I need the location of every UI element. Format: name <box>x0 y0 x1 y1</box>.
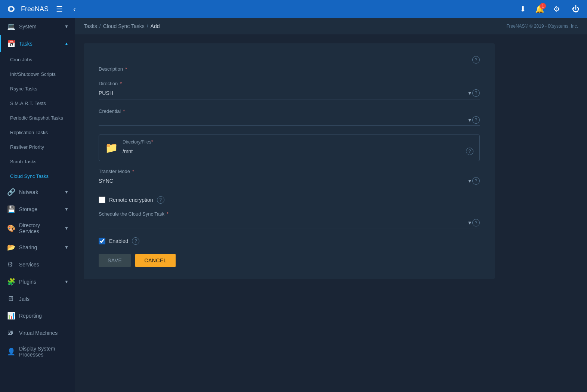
dir-box-inner: Directory/Files* ? <box>123 139 473 156</box>
sidebar-label-scrub: Scrub Tasks <box>10 159 37 164</box>
sidebar-item-system[interactable]: 💻 System ▼ <box>0 18 75 35</box>
sidebar-label-plugins: Plugins <box>19 279 36 285</box>
plugins-icon: 🧩 <box>7 278 15 286</box>
dir-files-label: Directory/Files* <box>123 139 473 145</box>
main-layout: 💻 System ▼ 📅 Tasks ▲ Cron Jobs Init/Shut… <box>0 18 587 392</box>
sidebar-item-virtual-machines[interactable]: 🖳 Virtual Machines <box>0 324 75 341</box>
description-input[interactable] <box>99 55 469 64</box>
power-icon[interactable]: ⏻ <box>569 3 583 15</box>
enabled-label: Enabled <box>109 238 128 244</box>
sidebar-label-sharing: Sharing <box>19 244 37 250</box>
schedule-help-icon[interactable]: ? <box>472 219 480 226</box>
sidebar-label-reporting: Reporting <box>19 313 42 319</box>
remote-encryption-row: Remote encryption ? <box>99 196 480 204</box>
plugins-arrow: ▼ <box>64 279 69 284</box>
remote-encryption-help-icon[interactable]: ? <box>157 196 164 204</box>
sidebar-item-scrub[interactable]: Scrub Tasks <box>0 154 75 169</box>
logo-text: FreeNAS <box>21 5 49 13</box>
sidebar-item-storage[interactable]: 💾 Storage ▼ <box>0 201 75 218</box>
description-field: ? Description* <box>99 55 480 72</box>
sidebar-item-jails[interactable]: 🖥 Jails <box>0 290 75 307</box>
enabled-row: Enabled ? <box>99 237 480 245</box>
direction-dropdown[interactable]: PUSH ▼ ? <box>99 89 480 99</box>
sharing-arrow: ▼ <box>64 245 69 250</box>
schedule-field: Schedule the Cloud Sync Task* ▼ ? <box>99 211 480 228</box>
credential-field: Credential* ▼ ? <box>99 108 480 126</box>
schedule-value <box>99 221 467 224</box>
system-icon: 💻 <box>7 22 15 31</box>
sidebar-item-periodic-snapshot[interactable]: Periodic Snapshot Tasks <box>0 111 75 125</box>
cancel-button[interactable]: CANCEL <box>135 254 176 267</box>
display-system-icon: 👤 <box>7 348 15 356</box>
settings-icon[interactable]: ⚙ <box>550 3 563 15</box>
network-arrow: ▼ <box>64 189 69 195</box>
dir-files-input[interactable] <box>123 147 463 156</box>
sidebar-item-sharing[interactable]: 📂 Sharing ▼ <box>0 239 75 256</box>
topbar-left: FreeNAS ☰ ‹ <box>4 2 79 16</box>
direction-field: Direction* PUSH ▼ ? <box>99 81 480 99</box>
storage-arrow: ▼ <box>64 207 69 212</box>
schedule-dropdown[interactable]: ▼ ? <box>99 219 480 228</box>
dir-files-help-icon[interactable]: ? <box>466 148 473 155</box>
transfer-mode-dropdown[interactable]: SYNC ▼ ? <box>99 176 480 187</box>
sidebar-item-smart-tests[interactable]: S.M.A.R.T. Tests <box>0 96 75 111</box>
save-button[interactable]: SAVE <box>99 254 131 267</box>
tasks-arrow: ▲ <box>64 41 69 46</box>
sidebar-label-periodic-snapshot: Periodic Snapshot Tasks <box>10 115 63 121</box>
directory-services-icon: 🎨 <box>7 224 15 232</box>
sidebar-label-resilver: Resilver Priority <box>10 144 44 150</box>
notification-button[interactable]: 🔔 1 <box>535 4 544 13</box>
sidebar-item-rsync-tasks[interactable]: Rsync Tasks <box>0 81 75 96</box>
credential-value <box>99 118 467 121</box>
description-help-icon[interactable]: ? <box>472 56 480 64</box>
sidebar-item-cron-jobs[interactable]: Cron Jobs <box>0 52 75 67</box>
sidebar-label-display-system: Display System Processes <box>19 346 69 358</box>
credential-help-icon[interactable]: ? <box>472 116 480 124</box>
sidebar-item-resilver[interactable]: Resilver Priority <box>0 140 75 154</box>
sidebar-item-tasks[interactable]: 📅 Tasks ▲ <box>0 35 75 52</box>
sidebar-item-plugins[interactable]: 🧩 Plugins ▼ <box>0 273 75 290</box>
sidebar-label-init-shutdown: Init/Shutdown Scripts <box>10 71 56 77</box>
direction-label: Direction* <box>99 81 480 86</box>
breadcrumb-add: Add <box>151 23 160 29</box>
sidebar-item-services[interactable]: ⚙ Services <box>0 256 75 273</box>
storage-icon: 💾 <box>7 205 15 213</box>
hamburger-menu-button[interactable]: ☰ <box>53 3 66 15</box>
sidebar-label-rsync-tasks: Rsync Tasks <box>10 86 37 92</box>
jails-icon: 🖥 <box>7 295 15 303</box>
transfer-mode-dropdown-icon: ▼ <box>467 178 472 184</box>
remote-encryption-checkbox[interactable] <box>99 197 105 203</box>
direction-dropdown-icon: ▼ <box>467 90 472 96</box>
direction-help-icon[interactable]: ? <box>472 89 480 97</box>
transfer-mode-help-icon[interactable]: ? <box>472 177 480 185</box>
breadcrumb-cloud-sync[interactable]: Cloud Sync Tasks <box>103 23 145 29</box>
breadcrumb-sep-1: / <box>99 23 101 29</box>
sidebar-item-network[interactable]: 🔗 Network ▼ <box>0 183 75 201</box>
sidebar-item-replication[interactable]: Replication Tasks <box>0 125 75 140</box>
sidebar-label-tasks: Tasks <box>19 41 33 47</box>
enabled-help-icon[interactable]: ? <box>132 237 139 245</box>
back-button[interactable]: ‹ <box>70 3 79 15</box>
transfer-mode-value: SYNC <box>99 176 467 185</box>
sharing-icon: 📂 <box>7 243 15 251</box>
sidebar-item-init-shutdown[interactable]: Init/Shutdown Scripts <box>0 67 75 81</box>
sidebar-item-display-system[interactable]: 👤 Display System Processes <box>0 341 75 362</box>
breadcrumb: Tasks / Cloud Sync Tasks / Add FreeNAS® … <box>75 18 587 34</box>
sidebar: 💻 System ▼ 📅 Tasks ▲ Cron Jobs Init/Shut… <box>0 18 75 392</box>
topbar: FreeNAS ☰ ‹ ⬇ 🔔 1 ⚙ ⏻ <box>0 0 587 18</box>
schedule-dropdown-icon: ▼ <box>467 220 472 226</box>
sidebar-label-system: System <box>19 24 37 30</box>
transfer-mode-field: Transfer Mode* SYNC ▼ ? <box>99 169 480 187</box>
breadcrumb-tasks[interactable]: Tasks <box>84 23 97 29</box>
sidebar-item-directory-services[interactable]: 🎨 Directory Services ▼ <box>0 218 75 239</box>
directory-files-box: 📁 Directory/Files* ? <box>99 135 480 161</box>
sidebar-item-reporting[interactable]: 📊 Reporting <box>0 307 75 324</box>
transfer-mode-label: Transfer Mode* <box>99 169 480 174</box>
description-label: Description* <box>99 66 480 72</box>
directory-services-arrow: ▼ <box>64 226 69 231</box>
credential-dropdown[interactable]: ▼ ? <box>99 116 480 126</box>
sidebar-label-storage: Storage <box>19 206 37 212</box>
sidebar-item-cloud-sync[interactable]: Cloud Sync Tasks <box>0 169 75 183</box>
download-icon[interactable]: ⬇ <box>517 3 529 15</box>
enabled-checkbox[interactable] <box>99 238 105 244</box>
